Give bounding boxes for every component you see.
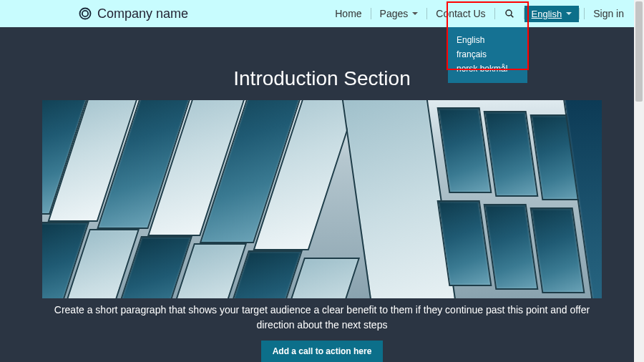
company-logo-icon bbox=[79, 7, 92, 20]
nav-pages-label: Pages bbox=[380, 8, 409, 19]
nav-links: Home Pages Contact Us English Sign in bbox=[326, 5, 633, 22]
nav-contact[interactable]: Contact Us bbox=[427, 5, 494, 22]
svg-point-2 bbox=[506, 10, 512, 16]
search-icon bbox=[504, 8, 515, 19]
nav-pages[interactable]: Pages bbox=[371, 5, 427, 22]
vertical-scrollbar[interactable] bbox=[634, 0, 644, 362]
language-option[interactable]: français bbox=[448, 47, 527, 62]
language-option[interactable]: norsk bokmål bbox=[448, 62, 527, 76]
language-current-label: English bbox=[532, 9, 562, 19]
language-option[interactable]: English bbox=[448, 33, 527, 47]
scrollbar-thumb[interactable] bbox=[635, 1, 643, 102]
company-name: Company name bbox=[97, 6, 188, 21]
nav-home[interactable]: Home bbox=[326, 5, 370, 22]
hero-title: Introduction Section bbox=[233, 67, 411, 90]
hero-paragraph: Create a short paragraph that shows your… bbox=[50, 303, 594, 332]
hero-image bbox=[42, 100, 602, 298]
top-navbar: Company name Home Pages Contact Us Engli… bbox=[0, 0, 644, 27]
nav-signin[interactable]: Sign in bbox=[585, 5, 633, 22]
language-dropdown-menu: English français norsk bokmål bbox=[448, 27, 527, 83]
svg-point-0 bbox=[80, 9, 91, 19]
hero-section: Introduction Section Creat bbox=[0, 27, 644, 362]
nav-separator bbox=[579, 8, 580, 19]
svg-line-3 bbox=[511, 15, 513, 17]
chevron-down-icon bbox=[566, 12, 572, 15]
language-dropdown-button[interactable]: English bbox=[525, 6, 580, 22]
cta-button[interactable]: Add a call to action here bbox=[261, 341, 384, 362]
chevron-down-icon bbox=[412, 12, 418, 15]
search-button[interactable] bbox=[495, 5, 524, 22]
svg-point-1 bbox=[82, 11, 88, 16]
